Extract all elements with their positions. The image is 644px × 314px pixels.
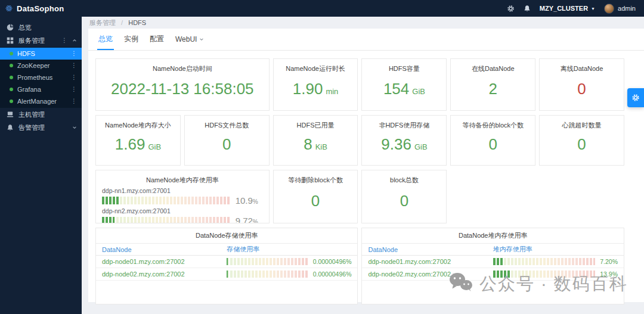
more-icon[interactable]: ⋮ xyxy=(71,63,77,69)
sidebar-item-overview[interactable]: 总览 xyxy=(0,21,82,34)
percent-sign: % xyxy=(253,198,258,205)
gauge-host-label: ddp-nn1.mzy.com:27001 xyxy=(102,187,263,194)
value-text: 1.69 xyxy=(115,135,145,154)
column-header: DataNode xyxy=(102,246,227,253)
bar-stripes xyxy=(227,258,308,265)
tab-bar: 总览实例配置WebUI xyxy=(88,29,644,51)
content-panel: 总览实例配置WebUI NameNode启动时间2022-11-13 16:58… xyxy=(88,29,644,302)
dashboard-icon xyxy=(7,24,14,31)
table-title: DataNode存储使用率 xyxy=(96,231,357,244)
datanode-table: DataNode存储使用率DataNode存储使用率ddp-node01.mzy… xyxy=(95,228,358,304)
sidebar-item-service-mgmt[interactable]: 服务管理 ⋮ xyxy=(0,34,82,47)
more-icon[interactable]: ⋮ xyxy=(71,74,77,80)
bar-stripes xyxy=(493,258,595,265)
bar-stripes xyxy=(227,271,308,278)
value-unit: GiB xyxy=(414,142,428,151)
cluster-selector[interactable]: MZY_CLUSTER ▼ xyxy=(540,5,595,12)
value-text: 1.90 xyxy=(293,80,323,98)
chevron-down-icon: ▼ xyxy=(591,7,595,11)
sidebar-item-zookeeper[interactable]: ZooKeeper⋮ xyxy=(0,60,82,71)
service-label: HDFS xyxy=(17,50,67,57)
tab-总览[interactable]: 总览 xyxy=(97,33,114,50)
sidebar: 总览 服务管理 ⋮ HDFS⋮ZooKeeper⋮Prometheus⋮Graf… xyxy=(0,17,82,314)
sidebar-item-alert-mgmt[interactable]: 告警管理 xyxy=(0,121,82,134)
service-label: ZooKeeper xyxy=(17,62,67,69)
gauge-value: 9.72% xyxy=(236,216,263,223)
gauge-row: 10.9% xyxy=(102,195,263,206)
metric-value: 8KiB xyxy=(304,130,327,165)
brand[interactable]: DataSophon xyxy=(0,3,64,14)
table-row: ddp-node02.mzy.com:2700213.9% xyxy=(362,268,624,281)
value-text: 8 xyxy=(304,135,312,154)
metric-value: 0 xyxy=(400,185,408,223)
tab-WebUI[interactable]: WebUI xyxy=(174,33,205,50)
usage-bar xyxy=(227,271,308,278)
column-header: 堆内存使用率 xyxy=(493,245,618,254)
breadcrumb-parent[interactable]: 服务管理 xyxy=(89,19,116,26)
metric-title: NameNode堆内存大小 xyxy=(105,121,171,130)
more-icon[interactable]: ⋮ xyxy=(71,51,77,57)
metric-title: NameNode运行时长 xyxy=(286,64,345,73)
value-text: 9.36 xyxy=(381,135,411,154)
usage-cell: 7.20% xyxy=(493,258,618,265)
tab-实例[interactable]: 实例 xyxy=(123,33,140,50)
app-title: DataSophon xyxy=(17,4,64,13)
settings-icon[interactable] xyxy=(507,5,515,13)
table-title: DataNode堆内存使用率 xyxy=(362,231,624,244)
tab-label: WebUI xyxy=(175,35,197,43)
usage-value: 13.9% xyxy=(600,271,618,278)
metric-title: 心跳超时数量 xyxy=(562,121,602,130)
metric-value: 2022-11-13 16:58:05 xyxy=(111,73,254,110)
metric-card: 等待删除block个数0 xyxy=(273,170,358,223)
table-row: ddp-node01.mzy.com:270020.00000496% xyxy=(96,256,357,268)
value-text: 0 xyxy=(311,192,320,210)
metric-value: 1.69GiB xyxy=(115,130,161,165)
datanode-table: DataNode堆内存使用率DataNode堆内存使用率ddp-node01.m… xyxy=(361,228,624,304)
gauge-row: 9.72% xyxy=(102,216,263,223)
percent-sign: % xyxy=(253,219,258,223)
metric-card: HDFS已用量8KiB xyxy=(273,115,358,166)
more-icon[interactable]: ⋮ xyxy=(71,98,77,104)
status-dot xyxy=(10,76,13,79)
usage-value: 0.00000496% xyxy=(313,271,352,278)
gauge-host-label: ddp-nn2.mzy.com:27001 xyxy=(102,207,263,214)
table-header-row: DataNode堆内存使用率 xyxy=(362,244,624,256)
datanode-name: ddp-node01.mzy.com:27002 xyxy=(368,258,493,265)
more-icon[interactable]: ⋮ xyxy=(61,38,67,43)
datanode-name: ddp-node02.mzy.com:27002 xyxy=(368,271,493,278)
more-icon[interactable]: ⋮ xyxy=(71,86,77,92)
value-text: 2022-11-13 16:58:05 xyxy=(111,80,254,98)
value-unit: KiB xyxy=(315,142,327,151)
metric-title: 等待删除block个数 xyxy=(288,176,343,185)
value-unit: min xyxy=(326,87,338,96)
sidebar-item-host-mgmt[interactable]: 主机管理 xyxy=(0,108,82,121)
sidebar-item-alertmanager[interactable]: AlertManager⋮ xyxy=(0,95,82,107)
sidebar-item-grafana[interactable]: Grafana⋮ xyxy=(0,83,82,95)
sidebar-item-prometheus[interactable]: Prometheus⋮ xyxy=(0,71,82,83)
value-unit: GiB xyxy=(148,142,161,151)
value-text: 0 xyxy=(222,135,231,154)
metric-card: HDFS容量154GiB xyxy=(361,58,447,111)
metric-title: HDFS已用量 xyxy=(297,121,335,130)
metric-value: 154GiB xyxy=(383,73,425,110)
usage-value: 7.20% xyxy=(600,258,618,265)
metric-value: 9.36GiB xyxy=(381,130,427,165)
metric-title: HDFS文件总数 xyxy=(205,121,249,130)
breadcrumb: 服务管理 / HDFS xyxy=(89,18,146,27)
sidebar-item-label: 主机管理 xyxy=(18,110,45,119)
metric-card: NameNode运行时长1.90min xyxy=(273,58,358,111)
datanode-name: ddp-node01.mzy.com:27002 xyxy=(102,258,227,265)
theme-settings-button[interactable] xyxy=(627,88,644,107)
status-dot xyxy=(10,52,13,55)
metric-card: 非HDFS使用存储9.36GiB xyxy=(361,115,447,166)
user-menu[interactable]: admin xyxy=(604,4,636,14)
usage-cell: 13.9% xyxy=(493,271,618,278)
metric-title: block总数 xyxy=(390,176,419,185)
dashboard-grid: NameNode启动时间2022-11-13 16:58:05NameNode运… xyxy=(95,58,624,304)
metric-title: 离线DataNode xyxy=(561,64,603,73)
tab-配置[interactable]: 配置 xyxy=(148,33,165,50)
usage-value: 0.00000496% xyxy=(313,258,352,265)
alert-bell-icon[interactable] xyxy=(524,5,531,12)
chevron-up-icon[interactable] xyxy=(72,38,77,43)
sidebar-item-hdfs[interactable]: HDFS⋮ xyxy=(0,48,82,60)
